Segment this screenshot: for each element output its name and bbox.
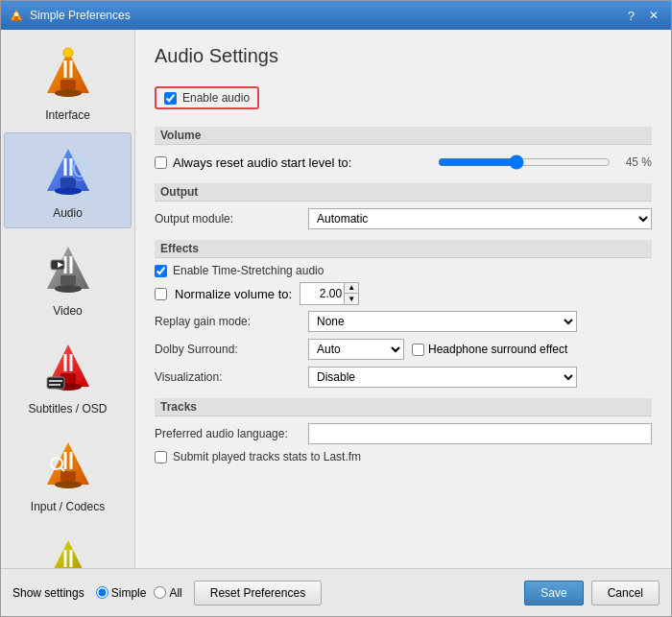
sidebar-item-audio[interactable]: Audio <box>4 132 132 228</box>
save-button[interactable]: Save <box>524 581 583 605</box>
simple-radio[interactable] <box>96 586 108 599</box>
dolby-label: Dolby Surround: <box>155 343 308 356</box>
enable-audio-label: Enable audio <box>182 91 250 105</box>
sidebar-item-interface[interactable]: Interface <box>4 35 132 131</box>
svg-rect-1 <box>14 16 18 19</box>
replay-label: Replay gain mode: <box>155 315 308 328</box>
video-icon <box>37 239 99 300</box>
interface-icon <box>37 43 99 105</box>
enable-audio-checkbox[interactable] <box>164 92 177 105</box>
all-label: All <box>169 586 181 600</box>
normalize-row: Normalize volume to: ▲ ▼ <box>155 282 652 305</box>
show-settings-group: Show settings Simple All Reset Preferenc… <box>12 581 322 605</box>
help-button[interactable]: ? <box>622 7 640 25</box>
visualization-select[interactable]: Disable Scope Spectrum Spectrometer VU M… <box>308 367 577 388</box>
volume-value: 45 % <box>618 155 652 169</box>
close-button[interactable]: ✕ <box>644 6 663 25</box>
svg-rect-19 <box>60 275 76 285</box>
hotkeys-icon <box>37 533 99 568</box>
always-reset-label: Always reset audio start level to: <box>173 155 351 170</box>
bottom-bar: Show settings Simple All Reset Preferenc… <box>1 568 671 616</box>
main-window: Simple Preferences ? ✕ Interface <box>0 0 672 617</box>
show-settings-label: Show settings <box>12 586 84 600</box>
spin-up-button[interactable]: ▲ <box>345 283 358 294</box>
output-module-label: Output module: <box>155 212 308 225</box>
radio-group: Simple All <box>96 586 182 600</box>
time-stretch-row: Enable Time-Stretching audio <box>155 264 652 277</box>
headphone-checkbox[interactable] <box>412 344 424 356</box>
svg-point-10 <box>63 48 73 58</box>
output-module-row: Output module: Automatic DirectSound Wav… <box>155 207 652 230</box>
sidebar-label-audio: Audio <box>53 206 83 220</box>
sidebar-item-subtitles[interactable]: Subtitles / OSD <box>4 328 132 424</box>
reset-preferences-button[interactable]: Reset Preferences <box>194 581 322 605</box>
replay-select[interactable]: None Track Album <box>308 311 577 332</box>
sidebar-label-subtitles: Subtitles / OSD <box>28 402 107 415</box>
time-stretch-label: Enable Time-Stretching audio <box>173 264 324 277</box>
svg-point-7 <box>55 89 82 97</box>
headphone-row: Headphone surround effect <box>412 343 567 356</box>
content-area: Interface Audio <box>1 30 671 568</box>
effects-section-header: Effects <box>155 240 652 258</box>
always-reset-row: Always reset audio start level to: 45 % <box>155 151 652 174</box>
preferred-lang-row: Preferred audio language: <box>155 422 652 445</box>
dolby-select[interactable]: Auto On Off <box>308 339 404 360</box>
svg-marker-40 <box>47 540 89 568</box>
sidebar-label-input: Input / Codecs <box>31 500 105 513</box>
bottom-buttons: Save Cancel <box>524 581 660 605</box>
simple-label: Simple <box>111 586 147 600</box>
title-bar-left: Simple Preferences <box>9 8 131 23</box>
submit-tracks-label: Submit played tracks stats to Last.fm <box>173 450 361 463</box>
sidebar-item-hotkeys[interactable]: Hotkeys <box>4 524 132 568</box>
spin-down-button[interactable]: ▼ <box>345 294 358 304</box>
radio-all-item: All <box>154 586 181 600</box>
title-bar: Simple Preferences ? ✕ <box>1 1 671 30</box>
output-section-header: Output <box>155 183 652 202</box>
svg-point-35 <box>55 481 82 488</box>
preferred-lang-input[interactable] <box>308 423 652 444</box>
volume-section-header: Volume <box>155 127 652 145</box>
sidebar-label-interface: Interface <box>45 108 90 122</box>
dolby-controls: Auto On Off Headphone surround effect <box>308 339 567 360</box>
svg-point-20 <box>55 285 82 293</box>
submit-tracks-checkbox[interactable] <box>155 451 167 463</box>
time-stretch-checkbox[interactable] <box>155 265 167 277</box>
always-reset-checkbox[interactable] <box>155 156 167 169</box>
sidebar-item-input[interactable]: Input / Codecs <box>4 426 132 522</box>
svg-rect-6 <box>60 80 76 89</box>
svg-point-13 <box>55 187 82 195</box>
volume-slider-row: 45 % <box>438 154 652 170</box>
svg-point-2 <box>13 19 19 21</box>
sidebar-label-video: Video <box>53 304 82 318</box>
normalize-spinbox: ▲ ▼ <box>300 282 359 305</box>
sidebar: Interface Audio <box>1 30 135 568</box>
dolby-row: Dolby Surround: Auto On Off Headphone su… <box>155 338 652 361</box>
volume-slider[interactable] <box>438 154 611 170</box>
replay-row: Replay gain mode: None Track Album <box>155 310 652 333</box>
visualization-label: Visualization: <box>155 370 308 384</box>
cancel-button[interactable]: Cancel <box>591 581 660 605</box>
spin-arrows: ▲ ▼ <box>344 283 358 304</box>
sidebar-item-video[interactable]: Video <box>4 230 132 326</box>
normalize-label: Normalize volume to: <box>175 287 292 301</box>
svg-rect-12 <box>60 178 76 187</box>
vlc-title-icon <box>9 8 24 23</box>
radio-simple-item: Simple <box>96 586 147 600</box>
svg-rect-30 <box>47 377 64 389</box>
main-panel: Audio Settings Enable audio Volume Alway… <box>135 30 671 568</box>
window-title: Simple Preferences <box>30 9 131 22</box>
preferred-lang-label: Preferred audio language: <box>155 427 308 440</box>
tracks-section-header: Tracks <box>155 398 652 416</box>
normalize-checkbox[interactable] <box>155 288 167 300</box>
audio-icon <box>37 141 99 202</box>
submit-tracks-row: Submit played tracks stats to Last.fm <box>155 450 652 463</box>
svg-rect-34 <box>60 471 76 481</box>
input-icon <box>37 435 99 496</box>
visualization-row: Visualization: Disable Scope Spectrum Sp… <box>155 366 652 389</box>
output-module-select[interactable]: Automatic DirectSound WaveOut WASAPI <box>308 208 652 229</box>
headphone-label: Headphone surround effect <box>428 343 567 356</box>
normalize-value-input[interactable] <box>300 283 344 304</box>
all-radio[interactable] <box>154 586 166 599</box>
enable-audio-box: Enable audio <box>155 86 259 109</box>
subtitles-icon <box>37 337 99 398</box>
